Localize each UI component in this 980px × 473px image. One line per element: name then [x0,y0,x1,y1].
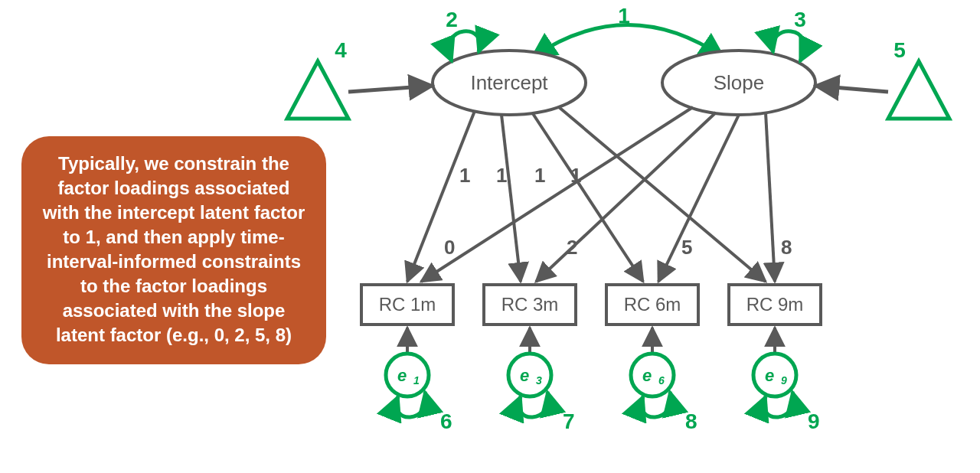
svg-point-24 [753,354,796,396]
covariance-annot: 1 [618,4,630,28]
callout-line-6: to the factor loadings [80,276,267,296]
svg-text:3: 3 [536,374,542,387]
callout-line-3: with the intercept latent factor [42,202,305,223]
observed-rc3m: RC 3m [484,285,576,325]
path-slope-rc1 [421,107,693,282]
error-e6: e 6 8 [631,328,697,433]
loading-slope-2: 2 [567,236,577,259]
callout-line-2: factor loadings associated [58,178,290,198]
callout-line-4: to 1, and then apply time- [63,227,284,247]
svg-text:e: e [642,366,652,385]
svg-text:RC 1m: RC 1m [379,294,436,315]
svg-text:9: 9 [808,409,820,433]
callout-line-8: latent factor (e.g., 0, 2, 5, 8) [56,325,292,345]
path-int-rc3 [501,115,521,282]
svg-text:8: 8 [685,409,697,433]
triangle-right [888,61,949,119]
svg-point-14 [508,354,551,396]
triangle-left [287,61,348,119]
loading-slope-1: 0 [444,236,455,259]
svg-point-19 [631,354,674,396]
path-slope-rc9 [766,113,775,282]
mean-slope-path [815,86,888,92]
svg-text:RC 3m: RC 3m [501,294,559,315]
latent-intercept-label: Intercept [470,71,548,94]
path-int-rc1 [407,111,475,282]
error-e3: e 3 7 [508,328,575,433]
covariance-arc [532,25,724,58]
callout-line-1: Typically, we constrain the [58,153,289,174]
svg-text:e: e [765,366,774,385]
callout-line-7: associated with the slope [63,300,286,321]
svg-text:RC 6m: RC 6m [624,294,681,315]
svg-text:RC 9m: RC 9m [746,294,804,315]
loading-slope-3: 5 [681,236,692,259]
path-slope-rc6 [658,115,739,282]
svg-text:9: 9 [781,374,787,387]
observed-rc6m: RC 6m [606,285,698,325]
svg-text:e: e [520,366,529,385]
svg-point-9 [386,354,429,396]
triangle-right-annot: 5 [893,38,906,62]
triangle-left-annot: 4 [335,38,347,62]
loading-slope-4: 8 [781,236,792,259]
observed-rc1m: RC 1m [361,285,453,325]
error-e9: e 9 9 [753,328,820,433]
variance-intercept-annot: 2 [446,8,458,31]
path-int-rc9 [559,107,766,282]
error-e1: e 1 6 [386,328,452,433]
callout-line-5: interval-informed constraints [47,251,301,272]
svg-text:6: 6 [658,374,665,387]
variance-slope-annot: 3 [794,8,806,31]
svg-text:1: 1 [413,374,420,387]
observed-rc9m: RC 9m [729,285,821,325]
loading-int-4: 1 [570,164,581,187]
loading-int-1: 1 [459,164,470,187]
mean-intercept-path [348,86,433,92]
loading-int-2: 1 [496,164,507,187]
latent-slope-label: Slope [714,71,765,94]
svg-text:e: e [397,366,407,385]
loading-int-3: 1 [534,164,545,187]
svg-text:6: 6 [440,409,452,433]
svg-text:7: 7 [563,409,575,433]
